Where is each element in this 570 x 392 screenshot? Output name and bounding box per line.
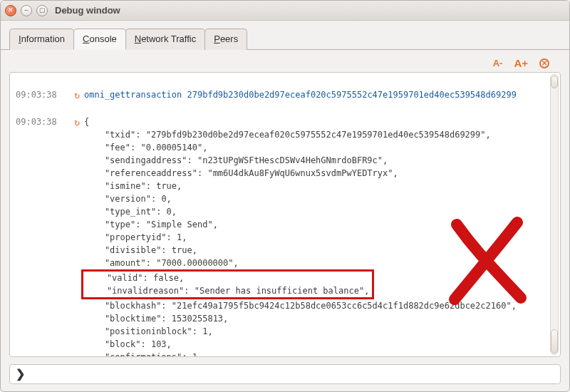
tab-console[interactable]: Console	[73, 29, 126, 50]
tab-bar: Information Console Network Traffic Peer…	[1, 21, 569, 50]
tab-content: A- A+ ✕ 09:03:38↻omni_gettransaction 279…	[1, 50, 569, 391]
reload-icon[interactable]: ↻	[70, 88, 80, 103]
highlighted-invalid-region: "valid": false, "invalidreason": "Sender…	[81, 269, 374, 299]
tab-network-traffic[interactable]: Network Traffic	[125, 29, 205, 50]
font-increase-button[interactable]: A+	[514, 57, 528, 69]
result-json: { "txid": "279bfd9b230d0be2d97eceaf020c5…	[84, 115, 547, 357]
timestamp: 09:03:38	[16, 88, 70, 101]
scrollbar-track[interactable]	[550, 74, 559, 355]
scrollbar-thumb[interactable]	[551, 76, 558, 88]
reload-icon[interactable]: ↻	[70, 115, 80, 130]
window-close-button[interactable]: ✕	[5, 5, 16, 16]
tab-information[interactable]: Information	[9, 29, 74, 50]
tab-peers[interactable]: Peers	[204, 29, 247, 50]
window-title: Debug window	[55, 5, 120, 16]
font-decrease-button[interactable]: A-	[493, 58, 503, 68]
prompt-icon: ❯	[10, 367, 31, 382]
titlebar: ✕ – ▢ Debug window	[1, 1, 569, 21]
console-input[interactable]	[31, 365, 560, 383]
command-text: omni_gettransaction 279bfd9b230d0be2d97e…	[84, 90, 517, 100]
scrollbar-thumb[interactable]	[551, 329, 558, 354]
console-toolbar: A- A+ ✕	[9, 54, 561, 72]
window-maximize-button[interactable]: ▢	[36, 5, 48, 16]
console-output-wrap: 09:03:38↻omni_gettransaction 279bfd9b230…	[9, 72, 561, 357]
debug-window: ✕ – ▢ Debug window Information Console N…	[0, 0, 570, 392]
window-minimize-button[interactable]: –	[21, 5, 32, 16]
console-output[interactable]: 09:03:38↻omni_gettransaction 279bfd9b230…	[10, 73, 560, 356]
clear-console-button[interactable]: ✕	[539, 58, 549, 68]
timestamp: 09:03:38	[16, 115, 70, 128]
console-input-bar: ❯	[9, 364, 561, 384]
